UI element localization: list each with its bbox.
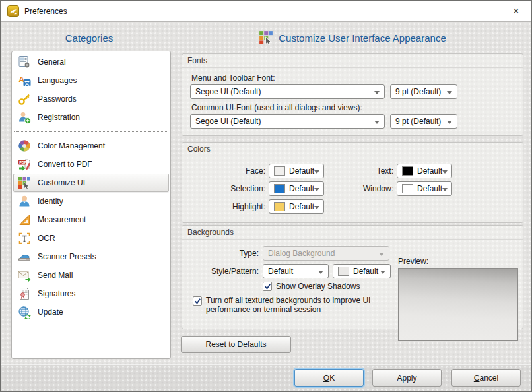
common-font-size-select[interactable]: 9 pt (Default) — [390, 114, 457, 129]
chevron-down-icon — [374, 91, 380, 97]
background-type-value: Dialog Background — [268, 249, 335, 258]
main-panel-title: Customize User Interface Appearance — [279, 32, 446, 44]
colors-group-title: Colors — [182, 143, 523, 156]
sidebar-item-label: Measurement — [38, 215, 86, 224]
show-overlay-shadows-checkbox[interactable]: Show Overlay Shadows — [263, 282, 396, 291]
sidebar-item-general[interactable]: General — [13, 53, 169, 71]
sidebar-item-label: Signatures — [38, 289, 75, 298]
window-color-swatch — [402, 184, 413, 193]
categories-list: General A Languages Passwords — [11, 51, 171, 359]
style-pattern-select[interactable]: Default — [263, 264, 329, 278]
app-logo-icon — [7, 5, 19, 17]
checkbox-box — [263, 282, 272, 291]
apply-button-label: Apply — [397, 374, 416, 383]
window-color-select[interactable]: Default — [397, 181, 452, 196]
menu-font-value: Segoe UI (Default) — [195, 87, 261, 96]
sidebar-item-signatures[interactable]: Signatures — [13, 284, 169, 303]
sidebar-item-scanner-presets[interactable]: Scanner Presets — [13, 247, 169, 266]
show-overlay-shadows-label: Show Overlay Shadows — [276, 282, 360, 291]
chevron-down-icon — [447, 91, 452, 97]
ok-button-label: OK — [323, 374, 335, 383]
sidebar-item-passwords[interactable]: Passwords — [13, 90, 169, 108]
color-management-icon — [18, 139, 31, 152]
sidebar-item-registration[interactable]: Registration — [13, 108, 169, 127]
highlight-color-select[interactable]: Default — [269, 199, 324, 214]
reset-to-defaults-button[interactable]: Reset to Defaults — [181, 336, 291, 353]
send-mail-icon — [18, 269, 31, 282]
sidebar-item-label: Send Mail — [38, 271, 73, 280]
chevron-down-icon — [442, 188, 448, 194]
face-label: Face: — [191, 166, 265, 176]
window-color-value: Default — [417, 184, 442, 193]
checkbox-box — [193, 296, 202, 306]
apply-button[interactable]: Apply — [372, 369, 442, 387]
style-pattern-value: Default — [268, 267, 293, 276]
main-panel-header: Customize User Interface Appearance — [178, 30, 527, 46]
style-color-select[interactable]: Default — [333, 264, 391, 278]
sidebar-item-label: Passwords — [38, 94, 77, 104]
text-label: Text: — [327, 166, 393, 176]
colors-group: Colors Face: Default Text: Default — [182, 142, 523, 223]
common-ui-font-label: Common UI-Font (used in all dialogs and … — [191, 103, 515, 112]
sidebar-item-update[interactable]: Update — [13, 303, 169, 321]
chevron-down-icon — [314, 206, 319, 212]
chevron-down-icon — [380, 271, 385, 277]
backgrounds-group: Backgrounds Type: Dialog Background Styl… — [182, 225, 523, 329]
sidebar-item-convert-to-pdf[interactable]: PDF Convert to PDF — [13, 155, 169, 174]
text-color-select[interactable]: Default — [397, 164, 452, 178]
customize-ui-icon — [18, 176, 31, 189]
sidebar-item-languages[interactable]: A Languages — [13, 71, 169, 90]
terminal-session-label: Turn off all textured backgrounds to imp… — [206, 296, 391, 314]
menu-font-size-select[interactable]: 9 pt (Default) — [390, 84, 457, 99]
face-color-value: Default — [289, 166, 314, 176]
sidebar-item-label: Update — [38, 308, 63, 317]
selection-label: Selection: — [191, 184, 265, 193]
sidebar-item-measurement[interactable]: Measurement — [13, 211, 169, 229]
checkmark-icon — [264, 283, 271, 290]
sidebar-item-label: OCR — [38, 234, 55, 243]
common-font-select[interactable]: Segoe UI (Default) — [190, 114, 385, 129]
type-label: Type: — [190, 249, 259, 258]
menu-font-size-value: 9 pt (Default) — [395, 87, 441, 96]
chevron-down-icon — [314, 170, 319, 176]
selection-color-select[interactable]: Default — [269, 181, 324, 196]
common-font-value: Segoe UI (Default) — [195, 117, 261, 126]
sidebar-item-customize-ui[interactable]: Customize UI — [13, 174, 169, 192]
dialog-content: Categories General A — [1, 22, 531, 364]
window-title: Preferences — [24, 7, 67, 16]
dialog-footer: OK Apply Cancel — [1, 364, 531, 391]
categories-header: Categories — [6, 30, 172, 46]
sidebar-item-send-mail[interactable]: Send Mail — [13, 266, 169, 284]
sidebar-item-label: Identity — [38, 197, 63, 206]
chevron-down-icon — [318, 271, 323, 277]
style-color-swatch — [338, 267, 349, 276]
selection-color-value: Default — [289, 184, 314, 193]
general-icon — [18, 55, 31, 69]
style-color-value: Default — [353, 267, 378, 276]
sidebar-item-identity[interactable]: Identity — [13, 192, 169, 211]
face-color-select[interactable]: Default — [269, 164, 324, 178]
ok-button[interactable]: OK — [294, 369, 364, 387]
backgrounds-group-title: Backgrounds — [182, 226, 523, 240]
style-pattern-label: Style/Pattern: — [190, 267, 259, 276]
menu-font-select[interactable]: Segoe UI (Default) — [190, 84, 385, 99]
title-bar: Preferences × — [1, 1, 531, 22]
terminal-session-checkbox[interactable]: Turn off all textured backgrounds to imp… — [193, 296, 391, 314]
sidebar-item-ocr[interactable]: OCR — [13, 229, 169, 247]
preview-panel: Preview: — [398, 257, 518, 341]
background-type-select: Dialog Background — [263, 246, 389, 261]
convert-to-pdf-icon: PDF — [18, 158, 31, 171]
ocr-icon — [18, 232, 31, 245]
chevron-down-icon — [442, 170, 448, 176]
identity-icon — [18, 195, 31, 208]
sidebar-item-color-management[interactable]: Color Management — [13, 137, 169, 155]
highlight-label: Highlight: — [191, 202, 265, 211]
close-button[interactable]: × — [508, 3, 525, 20]
measurement-icon — [18, 213, 31, 226]
preferences-dialog: Preferences × Categories General A — [0, 0, 532, 392]
chevron-down-icon — [314, 188, 319, 194]
sidebar-item-label: Customize UI — [38, 178, 85, 187]
text-color-value: Default — [417, 166, 442, 176]
customize-ui-header-icon — [259, 30, 273, 45]
cancel-button[interactable]: Cancel — [451, 369, 521, 387]
